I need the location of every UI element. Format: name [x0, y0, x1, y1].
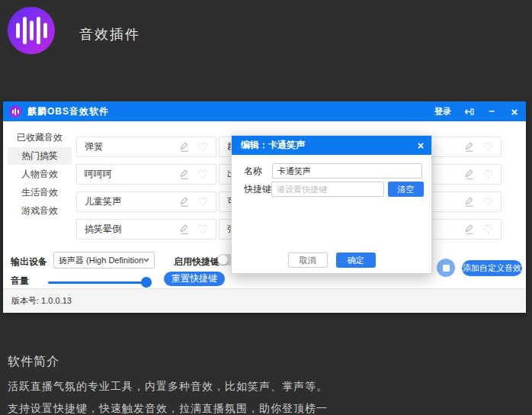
chevron-down-icon — [143, 258, 149, 262]
hotkey-input[interactable] — [271, 182, 384, 197]
software-intro-section: 软件简介 活跃直播气氛的专业工具，内置多种音效，比如笑声、掌声等。 支持设置快捷… — [8, 354, 328, 415]
output-device-label: 输出设备 — [11, 256, 47, 269]
sound-card[interactable]: 呵呵呵 ♡ — [76, 164, 216, 185]
favorite-icon[interactable]: ♡ — [483, 169, 493, 180]
edit-icon[interactable] — [464, 169, 475, 180]
edit-icon[interactable] — [464, 224, 475, 235]
favorite-icon[interactable]: ♡ — [198, 141, 208, 153]
intro-line-1: 活跃直播气氛的专业工具，内置多种音效，比如笑声、掌声等。 — [8, 380, 328, 394]
minimize-icon[interactable]: − — [486, 106, 497, 117]
sound-card[interactable]: 搞笑晕倒 ♡ — [76, 219, 216, 240]
sidebar-item-life[interactable]: 生活音效 — [8, 184, 72, 201]
sidebar-item-game[interactable]: 游戏音效 — [8, 202, 72, 220]
name-input[interactable] — [272, 163, 422, 179]
clear-hotkey-button[interactable]: 清空 — [388, 182, 424, 197]
sidebar-item-hot-funny[interactable]: 热门搞笑 — [8, 147, 72, 165]
enable-hotkey-label: 启用快捷键 — [174, 256, 220, 269]
page-title: 音效插件 — [79, 25, 140, 43]
edit-icon[interactable] — [179, 197, 190, 208]
confirm-button[interactable]: 确定 — [336, 253, 376, 268]
hero-header: 音效插件 — [0, 0, 532, 101]
edit-icon[interactable] — [179, 224, 190, 235]
edit-icon[interactable] — [179, 169, 190, 180]
favorite-icon[interactable]: ♡ — [198, 169, 208, 180]
category-sidebar: 已收藏音效 热门搞笑 人物音效 生活音效 游戏音效 — [3, 129, 75, 220]
volume-label: 音量 — [11, 275, 29, 288]
output-device-value: 扬声器 (High Definition Aud — [59, 255, 143, 266]
edit-icon[interactable] — [179, 142, 190, 153]
favorite-icon[interactable]: ♡ — [198, 196, 208, 208]
sidebar-item-favorites[interactable]: 已收藏音效 — [8, 129, 72, 146]
version-text: 版本号: 1.0.0.13 — [11, 296, 72, 305]
edit-sound-dialog: 编辑：卡通笑声 × 名称 快捷键 清空 取消 确定 — [231, 135, 432, 274]
intro-heading: 软件简介 — [8, 354, 328, 370]
close-icon[interactable]: × — [509, 106, 520, 117]
edit-icon[interactable] — [464, 142, 475, 153]
sound-name: 呵呵呵 — [85, 168, 179, 181]
intro-line-2: 支持设置快捷键，快速触发音效，拉满直播氛围，助你登顶榜一 — [8, 402, 328, 415]
add-custom-sound-button[interactable]: 添加自定义音效 — [462, 260, 522, 276]
volume-slider-handle[interactable] — [141, 277, 152, 288]
stop-playback-button[interactable] — [437, 259, 455, 277]
name-row: 名称 — [244, 163, 422, 179]
sound-name: 弹簧 — [85, 140, 179, 153]
sound-name: 搞笑晕倒 — [85, 223, 179, 236]
dialog-header: 编辑：卡通笑声 × — [232, 136, 431, 155]
version-bar: 版本号: 1.0.0.13 — [3, 288, 526, 313]
app-logo — [8, 7, 55, 54]
hotkey-label: 快捷键 — [244, 183, 271, 196]
sound-card[interactable]: 儿童笑声 ♡ — [76, 191, 216, 212]
sound-name: 儿童笑声 — [85, 195, 179, 208]
cancel-button[interactable]: 取消 — [288, 253, 328, 268]
minimize-to-tray-icon[interactable] — [463, 106, 474, 117]
app-window: 麒麟OBS音效软件 登录 − × 已收藏音效 热门搞笑 人物音效 生活音效 游戏… — [3, 101, 526, 313]
favorite-icon[interactable]: ♡ — [198, 224, 208, 235]
favorite-icon[interactable]: ♡ — [483, 224, 493, 235]
window-titlebar: 麒麟OBS音效软件 登录 − × — [3, 101, 526, 121]
sidebar-item-character[interactable]: 人物音效 — [8, 166, 72, 183]
favorite-icon[interactable]: ♡ — [483, 141, 493, 153]
login-button[interactable]: 登录 — [434, 106, 451, 117]
dialog-footer: 取消 确定 — [232, 253, 431, 268]
reset-hotkey-button[interactable]: 重置快捷键 — [164, 272, 225, 286]
waveform-icon — [16, 17, 47, 44]
output-device-select[interactable]: 扬声器 (High Definition Aud — [53, 252, 155, 269]
volume-slider[interactable] — [48, 277, 152, 288]
dialog-title: 编辑：卡通笑声 — [241, 139, 305, 152]
dialog-close-icon[interactable]: × — [418, 140, 424, 152]
stop-icon — [443, 265, 450, 272]
favorite-icon[interactable]: ♡ — [483, 196, 493, 208]
edit-icon[interactable] — [464, 197, 475, 208]
hotkey-row: 快捷键 清空 — [244, 182, 422, 197]
sound-card[interactable]: 弹簧 ♡ — [76, 137, 216, 157]
name-label: 名称 — [244, 165, 272, 178]
window-title: 麒麟OBS音效软件 — [27, 105, 109, 118]
window-app-icon — [9, 105, 21, 117]
